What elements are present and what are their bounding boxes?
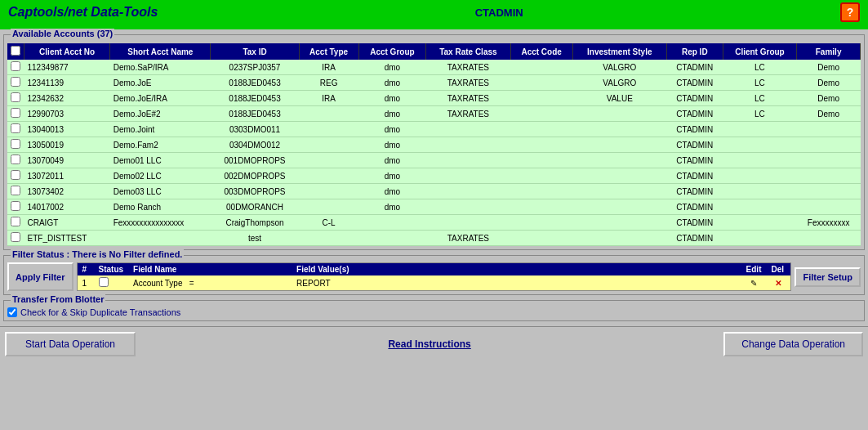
row-acct-code — [510, 60, 572, 75]
row-client-group: LC — [723, 91, 797, 106]
row-tax-id: 0188JED0453 — [211, 75, 299, 91]
filter-status-checkbox[interactable] — [99, 277, 109, 287]
row-investment-style — [572, 199, 666, 215]
col-checkbox — [7, 43, 24, 60]
row-acct-code — [510, 153, 572, 168]
row-rep-id: CTADMIN — [666, 122, 723, 137]
table-row: 14017002 Demo Ranch 00DMORANCH dmo CTADM… — [7, 199, 861, 215]
row-client-group: LC — [723, 60, 797, 75]
row-tax-rate-class — [426, 153, 510, 168]
select-all-checkbox[interactable] — [11, 46, 20, 56]
table-row: 12341139 Demo.JoE 0188JED0453 REG dmo TA… — [7, 75, 861, 91]
row-acct-code — [510, 184, 572, 199]
row-family — [797, 122, 861, 137]
row-checkbox[interactable] — [7, 184, 24, 199]
row-acct-code — [510, 137, 572, 153]
row-investment-style: VALGRO — [572, 75, 666, 91]
col-acct-code: Acct Code — [510, 43, 572, 60]
row-client-group — [723, 215, 797, 231]
row-rep-id: CTADMIN — [666, 106, 723, 122]
app-title: Captools/net Data-Tools — [8, 5, 158, 20]
col-short-acct-name: Short Acct Name — [110, 43, 211, 60]
help-icon[interactable]: ? — [840, 2, 860, 22]
table-row: 13050019 Demo.Fam2 0304DMO012 dmo CTADMI… — [7, 137, 861, 153]
row-tax-rate-class: TAXRATES — [426, 106, 510, 122]
apply-filter-button[interactable]: Apply Filter — [7, 262, 73, 291]
row-investment-style — [572, 184, 666, 199]
row-acct-type: REG — [299, 75, 358, 91]
filter-edit-btn[interactable]: ✎ — [741, 275, 767, 290]
row-client-acct-no: ETF_DISTTEST — [24, 231, 110, 246]
filter-setup-button[interactable]: Filter Setup — [795, 267, 861, 287]
row-tax-rate-class: TAXRATES — [426, 60, 510, 75]
row-rep-id: CTADMIN — [666, 91, 723, 106]
change-operation-button[interactable]: Change Data Operation — [723, 332, 863, 356]
row-acct-group: dmo — [358, 106, 426, 122]
row-client-group: LC — [723, 106, 797, 122]
row-tax-id: 0303DMO011 — [211, 122, 299, 137]
row-tax-id: 003DMOPROPS — [211, 184, 299, 199]
row-checkbox[interactable] — [7, 106, 24, 122]
accounts-table-wrapper[interactable]: Client Acct No Short Acct Name Tax ID Ac… — [7, 43, 861, 246]
row-checkbox[interactable] — [7, 122, 24, 137]
row-client-acct-no: CRAIGT — [24, 215, 110, 231]
row-checkbox[interactable] — [7, 60, 24, 75]
filter-status-cell — [94, 275, 129, 290]
row-acct-code — [510, 168, 572, 184]
row-client-acct-no: 13070049 — [24, 153, 110, 168]
row-acct-type — [299, 106, 358, 122]
bottom-bar: Start Data Operation Read Instructions C… — [0, 326, 868, 361]
row-checkbox[interactable] — [7, 168, 24, 184]
table-row: 12990703 Demo.JoE#2 0188JED0453 dmo TAXR… — [7, 106, 861, 122]
row-investment-style — [572, 168, 666, 184]
row-short-acct-name: Demo.JoE — [110, 75, 211, 91]
row-tax-id: 001DMOPROPS — [211, 153, 299, 168]
filter-col-field-values: Field Value(s) — [292, 263, 741, 275]
col-acct-group: Acct Group — [358, 43, 426, 60]
row-family — [797, 184, 861, 199]
app-header: Captools/net Data-Tools CTADMIN ? — [0, 0, 868, 25]
filter-row-1: 1 Account Type = REPORT ✎ ✕ — [78, 275, 791, 290]
row-checkbox[interactable] — [7, 231, 24, 246]
start-operation-button[interactable]: Start Data Operation — [5, 332, 136, 356]
row-short-acct-name: Demo.JoE#2 — [110, 106, 211, 122]
row-acct-type — [299, 137, 358, 153]
row-acct-code — [510, 91, 572, 106]
row-rep-id: CTADMIN — [666, 153, 723, 168]
row-checkbox[interactable] — [7, 137, 24, 153]
row-acct-group: dmo — [358, 60, 426, 75]
row-family: Demo — [797, 75, 861, 91]
row-investment-style — [572, 215, 666, 231]
filter-row: Apply Filter # Status Field Name Field V… — [7, 262, 861, 291]
row-short-acct-name — [110, 231, 211, 246]
row-checkbox[interactable] — [7, 215, 24, 231]
table-row: ETF_DISTTEST test TAXRATES CTADMIN — [7, 231, 861, 246]
row-investment-style: VALGRO — [572, 60, 666, 75]
row-tax-id: 0188JED0453 — [211, 106, 299, 122]
row-short-acct-name: Demo03 LLC — [110, 184, 211, 199]
row-checkbox[interactable] — [7, 153, 24, 168]
row-checkbox[interactable] — [7, 91, 24, 106]
row-client-acct-no: 13050019 — [24, 137, 110, 153]
row-checkbox[interactable] — [7, 75, 24, 91]
filter-del-btn[interactable]: ✕ — [766, 275, 790, 290]
row-tax-rate-class — [426, 199, 510, 215]
accounts-table: Client Acct No Short Acct Name Tax ID Ac… — [7, 43, 861, 246]
duplicate-check-checkbox[interactable] — [7, 307, 17, 317]
filter-col-del: Del — [766, 263, 790, 275]
row-checkbox[interactable] — [7, 199, 24, 215]
row-family — [797, 231, 861, 246]
row-tax-id: 0188JED0453 — [211, 91, 299, 106]
row-investment-style — [572, 231, 666, 246]
row-tax-rate-class: TAXRATES — [426, 75, 510, 91]
row-tax-id: 00DMORANCH — [211, 199, 299, 215]
row-acct-group: dmo — [358, 199, 426, 215]
transfer-check-row: Check for & Skip Duplicate Transactions — [7, 307, 861, 317]
col-tax-rate-class: Tax Rate Class — [426, 43, 510, 60]
row-client-acct-no: 14017002 — [24, 199, 110, 215]
row-tax-rate-class — [426, 168, 510, 184]
row-acct-type — [299, 231, 358, 246]
row-acct-type: IRA — [299, 60, 358, 75]
row-tax-rate-class — [426, 215, 510, 231]
read-instructions-link[interactable]: Read Instructions — [388, 338, 470, 350]
